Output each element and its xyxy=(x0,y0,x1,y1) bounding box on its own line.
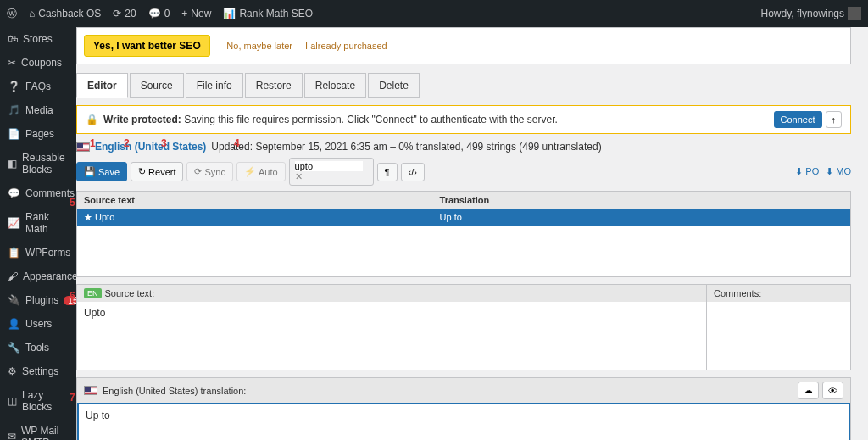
sidebar-item-appearance[interactable]: 🖌 Appearance xyxy=(0,265,76,288)
download-icon: ⬇ xyxy=(826,166,833,177)
locale-title: English (United States) xyxy=(95,141,206,153)
promo-later-link[interactable]: No, maybe later xyxy=(226,41,292,51)
tab-editor[interactable]: Editor xyxy=(76,73,128,98)
notice-help-button[interactable]: ↑ xyxy=(826,111,843,128)
lock-icon: 🔒 xyxy=(86,114,98,125)
plugins-badge: 15 xyxy=(64,296,76,305)
tab-delete[interactable]: Delete xyxy=(368,73,420,98)
howdy-link[interactable]: Howdy, flynowings xyxy=(761,7,861,20)
sync-button[interactable]: ⟳Sync xyxy=(186,162,232,181)
source-panel: EN Source text: Upto Comments: xyxy=(76,284,851,370)
us-flag-icon xyxy=(76,142,90,152)
comments-link[interactable]: 💬 0 xyxy=(148,8,170,19)
save-button[interactable]: 💾Save xyxy=(76,162,127,181)
source-text-view: Upto xyxy=(77,302,706,370)
tab-source[interactable]: Source xyxy=(130,73,184,98)
promo-banner: Yes, I want better SEO No, maybe later I… xyxy=(76,27,851,64)
suggest-button[interactable]: ☁ xyxy=(798,382,819,399)
new-link[interactable]: + New xyxy=(181,8,211,19)
file-header: English (United States) Updated: Septemb… xyxy=(76,141,851,153)
rankmath-link[interactable]: 📊 Rank Math SEO xyxy=(223,8,313,19)
sidebar-item-wpmailsmtp[interactable]: ✉ WP Mail SMTP xyxy=(0,419,76,440)
sidebar-item-stores[interactable]: 🛍 Stores xyxy=(0,27,76,51)
notice-title: Write protected: xyxy=(103,114,181,125)
tab-relocate[interactable]: Relocate xyxy=(304,73,366,98)
pilcrow-button[interactable]: ¶ xyxy=(377,163,398,181)
translation-grid: Source text Translation ★ Upto Up to xyxy=(76,191,851,277)
sidebar-item-users[interactable]: 👤 Users xyxy=(0,312,76,336)
tabs-nav: Editor Source File info Restore Relocate… xyxy=(76,73,851,98)
sidebar-item-tools[interactable]: 🔧 Tools xyxy=(0,336,76,359)
sidebar-item-media[interactable]: 🎵 Media xyxy=(0,98,76,122)
sidebar-item-faqs[interactable]: ❔ FAQs xyxy=(0,75,76,98)
save-icon: 💾 xyxy=(84,166,96,177)
clear-search-icon[interactable]: ✕ xyxy=(295,171,303,181)
connect-button[interactable]: Connect xyxy=(774,111,822,128)
sync-icon: ⟳ xyxy=(194,166,202,177)
filter-search[interactable]: ✕ xyxy=(289,158,374,186)
table-row[interactable]: ★ Upto Up to xyxy=(77,209,850,226)
star-icon: ★ xyxy=(84,212,92,222)
sidebar-item-plugins[interactable]: 🔌 Plugins15 xyxy=(0,288,76,312)
sidebar-item-comments[interactable]: 💬 Comments xyxy=(0,181,76,205)
write-protected-notice: 🔒 Write protected: Saving this file requ… xyxy=(76,105,851,134)
promo-purchased-link[interactable]: I already purchased xyxy=(305,41,387,51)
tab-restore[interactable]: Restore xyxy=(245,73,303,98)
translation-panel: English (United States) translation: ☁ 👁… xyxy=(76,377,851,440)
us-flag-icon xyxy=(84,386,97,395)
lang-tag: EN xyxy=(84,288,102,298)
revert-icon: ↻ xyxy=(138,166,146,177)
download-icon: ⬇ xyxy=(795,166,803,177)
grid-col-translation[interactable]: Translation xyxy=(433,192,850,209)
main-content: 1 2 3 4 5 6 7 Yes, I want better SEO No,… xyxy=(76,27,868,440)
revert-button[interactable]: ↻Revert xyxy=(131,162,183,181)
promo-yes-button[interactable]: Yes, I want better SEO xyxy=(84,35,210,57)
sidebar-item-rankmath[interactable]: 📈 Rank Math xyxy=(0,205,76,241)
updates-link[interactable]: ⟳ 20 xyxy=(113,8,136,19)
source-text-label: Source text: xyxy=(105,288,155,298)
avatar xyxy=(848,7,861,20)
comments-view xyxy=(707,302,850,370)
sidebar-item-coupons[interactable]: ✂ Coupons xyxy=(0,51,76,75)
sidebar-item-pages[interactable]: 📄 Pages xyxy=(0,122,76,146)
sidebar-item-reusable-blocks[interactable]: ◧ Reusable Blocks xyxy=(0,146,76,181)
sidebar-item-lazyblocks[interactable]: ◫ Lazy Blocks xyxy=(0,383,76,419)
code-button[interactable]: ‹/› xyxy=(401,163,425,181)
sidebar-item-settings[interactable]: ⚙ Settings xyxy=(0,359,76,383)
admin-sidebar: 🛍 Stores ✂ Coupons ❔ FAQs 🎵 Media 📄 Page… xyxy=(0,27,76,440)
editor-toolbar: 💾Save ↻Revert ⟳Sync ⚡Auto ✕ ¶ ‹/› ⬇PO ⬇M… xyxy=(76,158,851,186)
auto-button[interactable]: ⚡Auto xyxy=(236,162,286,181)
admin-topbar: ⓦ ⌂ Cashback OS ⟳ 20 💬 0 + New 📊 Rank Ma… xyxy=(0,0,868,27)
filter-input[interactable] xyxy=(295,161,363,171)
wp-logo[interactable]: ⓦ xyxy=(7,7,17,21)
site-link[interactable]: ⌂ Cashback OS xyxy=(29,8,101,19)
sidebar-item-wpforms[interactable]: 📋 WPForms xyxy=(0,241,76,265)
visibility-button[interactable]: 👁 xyxy=(822,382,843,399)
comments-label: Comments: xyxy=(707,285,850,302)
file-meta: Updated: September 15, 2021 6:35 am – 0%… xyxy=(211,141,601,153)
notice-text: Saving this file requires permission. Cl… xyxy=(184,114,558,125)
translation-label: English (United States) translation: xyxy=(103,386,246,396)
grid-col-source[interactable]: Source text xyxy=(77,192,433,209)
auto-icon: ⚡ xyxy=(244,166,256,177)
download-po-link[interactable]: ⬇PO xyxy=(795,166,819,177)
download-mo-link[interactable]: ⬇MO xyxy=(826,166,851,177)
tab-fileinfo[interactable]: File info xyxy=(186,73,243,98)
translation-input[interactable]: Up to xyxy=(77,403,850,440)
